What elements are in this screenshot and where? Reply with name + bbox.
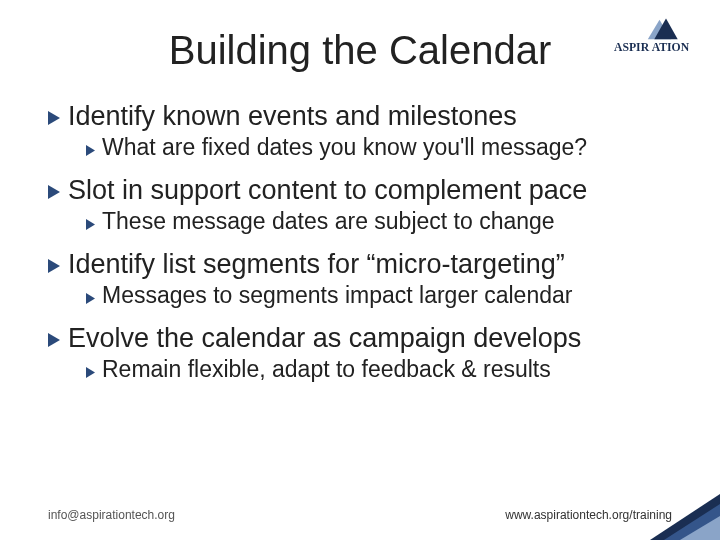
list-subitem-text: These message dates are subject to chang… [102,208,555,235]
list-subitem: These message dates are subject to chang… [86,208,680,235]
list-item-text: Identify list segments for “micro-target… [68,249,565,280]
footer-url: www.aspirationtech.org/training [505,508,672,522]
svg-marker-4 [48,185,60,199]
slide: ASPIR ATION Building the Calendar Identi… [0,0,720,540]
list-subitem-text: Messages to segments impact larger calen… [102,282,572,309]
brand-text-2: ATION [652,41,690,54]
svg-marker-9 [86,367,95,378]
footer-email: info@aspirationtech.org [48,508,175,522]
svg-marker-5 [86,219,95,230]
svg-marker-6 [48,259,60,273]
triangle-bullet-icon [48,259,62,277]
slide-title: Building the Calendar [40,28,680,73]
list-subitem: Remain flexible, adapt to feedback & res… [86,356,680,383]
list-subitem-text: What are fixed dates you know you'll mes… [102,134,587,161]
list-item: Identify known events and milestones [48,101,680,132]
list-subitem: Messages to segments impact larger calen… [86,282,680,309]
triangle-bullet-small-icon [86,290,97,308]
list-item: Slot in support content to complement pa… [48,175,680,206]
list-item: Evolve the calendar as campaign develops [48,323,680,354]
list-item-text: Slot in support content to complement pa… [68,175,587,206]
bullet-list: Identify known events and milestones Wha… [40,101,680,383]
svg-marker-8 [48,333,60,347]
triangle-bullet-small-icon [86,142,97,160]
list-item: Identify list segments for “micro-target… [48,249,680,280]
triangle-bullet-icon [48,333,62,351]
list-subitem-text: Remain flexible, adapt to feedback & res… [102,356,551,383]
list-subitem: What are fixed dates you know you'll mes… [86,134,680,161]
list-item-text: Identify known events and milestones [68,101,517,132]
triangle-bullet-icon [48,111,62,129]
svg-marker-3 [86,145,95,156]
triangle-bullet-small-icon [86,364,97,382]
brand-text: ASPIR [614,41,650,54]
footer: info@aspirationtech.org www.aspirationte… [0,508,720,522]
triangle-bullet-small-icon [86,216,97,234]
triangle-bullet-icon [48,185,62,203]
brand-logo: ASPIR ATION [614,16,692,60]
svg-marker-2 [48,111,60,125]
svg-marker-7 [86,293,95,304]
list-item-text: Evolve the calendar as campaign develops [68,323,581,354]
